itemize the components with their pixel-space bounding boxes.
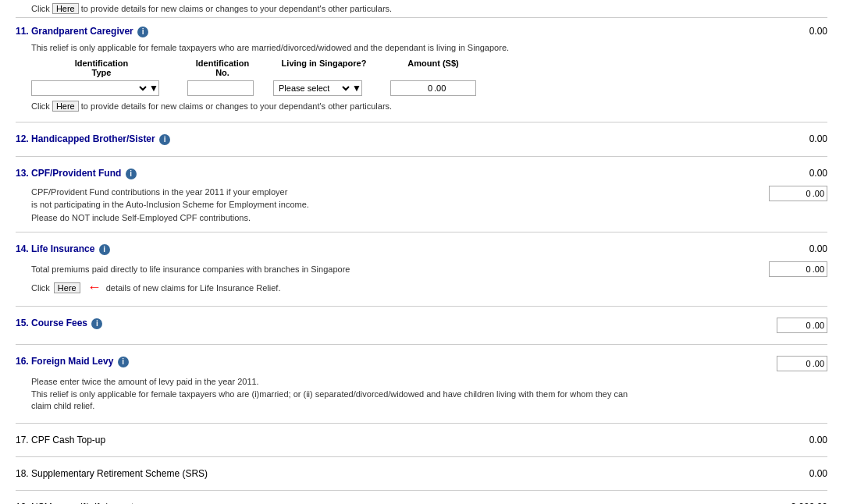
section-13: 13. CPF/Provident Fund i 0.00 CPF/Provid… [16,160,827,229]
id-type-select-wrapper[interactable]: ▼ [31,80,159,96]
grandparent-amount-suffix: .00 [434,83,448,93]
section-14-amount-wrapper: .00 [769,261,827,277]
top-here-button[interactable]: Here [52,3,79,14]
col-header-id-no: IdentificationNo. [187,59,258,77]
section-19: 19. NSMan - self/wife/parent 3,000.00 [16,494,827,504]
section-16-amount: .00 [749,356,827,371]
section-13-title: 13. CPF/Provident Fund [16,168,121,179]
section-14-info-icon[interactable]: i [99,244,110,255]
section-14-left: 14. Life Insurance i [16,243,749,255]
id-type-select[interactable] [32,81,149,95]
section-15: 15. Course Fees i .00 [16,310,827,341]
grandparent-table-headers: IdentificationType IdentificationNo. Liv… [31,59,812,77]
section-14: 14. Life Insurance i 0.00 Total premiums… [16,236,827,303]
section-12-title: 12. Handicapped Brother/Sister [16,133,155,144]
grandparent-inputs-row: ▼ Please select Yes No ▼ [31,80,812,96]
section-14-arrow-icon: ← [87,279,101,296]
section-14-here-btn[interactable]: Here [54,282,80,293]
section-16-title: 16. Foreign Maid Levy [16,356,113,367]
section-11-title: 11. Grandparent Caregiver [16,26,136,37]
section-16: 16. Foreign Maid Levy i .00 Please enter… [16,348,827,420]
section-17: 17. CPF Cash Top-up 0.00 [16,427,827,453]
top-click-here-text: Click Here to provide details for new cl… [31,4,392,13]
section-16-amount-wrapper: .00 [777,356,827,371]
section-13-input-area: .00 [734,186,827,201]
section-12-left: 12. Handicapped Brother/Sister i [16,133,749,145]
section-11-number: 11. [16,26,31,37]
section-17-amount: 0.00 [749,435,827,445]
section-13-header: 13. CPF/Provident Fund i 0.00 [16,165,827,183]
section-16-left: 16. Foreign Maid Levy i [16,356,749,367]
section-14-desc: Total premiums paid directly to life ins… [31,264,350,274]
section-18-row: 18. Supplementary Retirement Scheme (SRS… [16,465,827,482]
section-14-input[interactable] [770,262,813,276]
section-15-suffix: .00 [813,321,827,330]
living-dropdown-icon: ▼ [352,83,361,94]
section-14-click-text: details of new claims for Life Insurance… [106,283,281,293]
section-17-left: 17. CPF Cash Top-up [16,435,749,445]
section-15-input[interactable] [777,318,813,332]
section-14-title: 14. Life Insurance [16,243,94,254]
section-13-suffix: .00 [813,189,827,198]
page-container: Click Here to provide details for new cl… [0,0,843,504]
grandparent-amount-input[interactable] [391,81,434,95]
section-15-amount-wrapper: .00 [777,318,827,333]
living-select[interactable]: Please select Yes No [274,81,352,95]
section-11-header: 11. Grandparent Caregiver i 0.00 [16,23,827,41]
section-18: 18. Supplementary Retirement Scheme (SRS… [16,460,827,487]
section-13-input[interactable] [770,186,813,201]
section-12: 12. Handicapped Brother/Sister i 0.00 [16,126,827,153]
grandparent-amount-wrapper: .00 [390,80,476,96]
section-14-header: 14. Life Insurance i 0.00 [16,240,827,258]
section-11-click-here: Click Here to provide details for new cl… [31,101,827,112]
section-15-info-icon[interactable]: i [91,318,102,329]
id-no-input[interactable] [187,80,254,96]
id-no-cell [187,80,258,96]
section-13-desc: CPF/Provident Fund contributions in the … [31,186,309,225]
section-16-suffix: .00 [813,359,827,368]
section-13-info-icon[interactable]: i [126,169,137,179]
section-15-title: 15. Course Fees [16,318,87,328]
section-14-amount: 0.00 [749,243,827,254]
section-15-row: 15. Course Fees i .00 [16,314,827,336]
grandparent-amount-cell: .00 [390,80,476,96]
col-header-amount: Amount (S$) [390,59,476,77]
section-12-row: 12. Handicapped Brother/Sister i 0.00 [16,130,827,148]
section-14-click-here: Click Here ← details of new claims for L… [31,279,827,296]
section-14-input-area: .00 [734,261,827,277]
section-14-suffix: .00 [813,264,827,274]
section-11-desc: This relief is only applicable for femal… [31,42,827,54]
section-16-desc: Please enter twice the amount of levy pa… [31,376,827,412]
col-header-id-type: IdentificationType [31,59,172,77]
section-18-left: 18. Supplementary Retirement Scheme (SRS… [16,468,749,479]
living-cell: Please select Yes No ▼ [273,80,375,96]
section-12-amount: 0.00 [749,133,827,144]
section-11-info-icon[interactable]: i [137,27,148,37]
section-11-amount: 0.00 [749,26,827,37]
section-15-left: 15. Course Fees i [16,318,749,329]
id-type-dropdown-icon: ▼ [149,83,158,94]
section-11-left: 11. Grandparent Caregiver i [16,26,749,37]
section-16-info-icon[interactable]: i [118,357,129,367]
top-note-rest: to provide details for new claims or cha… [81,4,392,13]
section-13-left: 13. CPF/Provident Fund i [16,168,749,179]
section-11: 11. Grandparent Caregiver i 0.00 This re… [16,18,827,119]
section-16-input[interactable] [777,357,813,371]
section-18-amount: 0.00 [749,468,827,479]
section-17-title: 17. CPF Cash Top-up [16,435,105,445]
id-type-cell: ▼ [31,80,172,96]
top-note-row: Click Here to provide details for new cl… [16,0,827,18]
section-15-amount: .00 [749,318,827,333]
section-11-here-btn[interactable]: Here [52,101,79,112]
section-18-title: 18. Supplementary Retirement Scheme (SRS… [16,468,208,479]
section-16-row: 16. Foreign Maid Levy i .00 [16,353,827,374]
grandparent-table: IdentificationType IdentificationNo. Liv… [31,59,812,96]
living-select-wrapper[interactable]: Please select Yes No ▼ [273,80,362,96]
section-13-amount: 0.00 [749,168,827,179]
section-13-amount-wrapper: .00 [769,186,827,201]
section-19-row: 19. NSMan - self/wife/parent 3,000.00 [16,499,827,504]
section-12-info-icon[interactable]: i [159,134,170,145]
section-17-row: 17. CPF Cash Top-up 0.00 [16,431,827,449]
col-header-living: Living in Singapore? [273,59,375,77]
